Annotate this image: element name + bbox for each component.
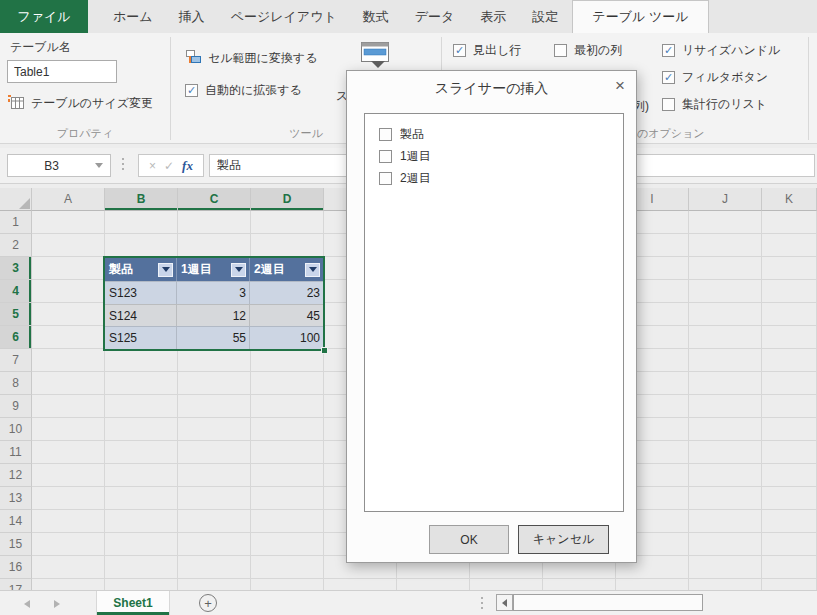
row-header-2[interactable]: 2 bbox=[0, 234, 32, 257]
cell-K6[interactable] bbox=[762, 326, 817, 349]
cell-B7[interactable] bbox=[105, 349, 178, 372]
cell-J13[interactable] bbox=[689, 487, 762, 510]
cell-A5[interactable] bbox=[32, 303, 105, 326]
cell-A10[interactable] bbox=[32, 418, 105, 441]
cell-A4[interactable] bbox=[32, 280, 105, 303]
cancel-button[interactable]: キャンセル bbox=[518, 525, 609, 554]
hscroll-left-button[interactable] bbox=[496, 594, 513, 611]
insert-slicer-button[interactable] bbox=[359, 42, 391, 71]
ribbon-tab[interactable]: 表示 bbox=[467, 0, 519, 33]
cell-K3[interactable] bbox=[762, 257, 817, 280]
table-cell[interactable]: 23 bbox=[250, 282, 323, 304]
ok-button[interactable]: OK bbox=[429, 525, 509, 554]
table-header-cell[interactable]: 1週目 bbox=[177, 258, 250, 281]
cell-C12[interactable] bbox=[178, 464, 251, 487]
table-cell[interactable]: 100 bbox=[250, 327, 323, 349]
cell-A1[interactable] bbox=[32, 211, 105, 234]
row-header-8[interactable]: 8 bbox=[0, 372, 32, 395]
convert-to-range-button[interactable]: セル範囲に変換する bbox=[185, 49, 317, 67]
hscroll-thumb[interactable] bbox=[513, 594, 703, 611]
cell-J12[interactable] bbox=[689, 464, 762, 487]
filter-button[interactable] bbox=[231, 263, 246, 277]
cell-J10[interactable] bbox=[689, 418, 762, 441]
cell-K1[interactable] bbox=[762, 211, 817, 234]
cell-A8[interactable] bbox=[32, 372, 105, 395]
cell-B8[interactable] bbox=[105, 372, 178, 395]
cell-K8[interactable] bbox=[762, 372, 817, 395]
cell-J2[interactable] bbox=[689, 234, 762, 257]
cell-J5[interactable] bbox=[689, 303, 762, 326]
cell-F17[interactable] bbox=[397, 579, 470, 590]
cell-A9[interactable] bbox=[32, 395, 105, 418]
row-header-9[interactable]: 9 bbox=[0, 395, 32, 418]
cell-B2[interactable] bbox=[105, 234, 178, 257]
table-cell[interactable]: S125 bbox=[105, 327, 177, 349]
cell-B12[interactable] bbox=[105, 464, 178, 487]
cell-A7[interactable] bbox=[32, 349, 105, 372]
row-header-3[interactable]: 3 bbox=[0, 257, 32, 280]
ribbon-tab[interactable]: 挿入 bbox=[166, 0, 218, 33]
confirm-entry-icon[interactable]: ✓ bbox=[164, 159, 174, 173]
cell-A15[interactable] bbox=[32, 533, 105, 556]
cell-J1[interactable] bbox=[689, 211, 762, 234]
cell-B14[interactable] bbox=[105, 510, 178, 533]
cell-K15[interactable] bbox=[762, 533, 817, 556]
cell-D12[interactable] bbox=[251, 464, 324, 487]
fill-handle[interactable] bbox=[321, 347, 328, 354]
row-header-10[interactable]: 10 bbox=[0, 418, 32, 441]
cell-D16[interactable] bbox=[251, 556, 324, 579]
cell-C14[interactable] bbox=[178, 510, 251, 533]
cell-B9[interactable] bbox=[105, 395, 178, 418]
auto-expand-checkbox[interactable]: ✓ 自動的に拡張する bbox=[185, 83, 302, 97]
cell-B1[interactable] bbox=[105, 211, 178, 234]
cell-E17[interactable] bbox=[324, 579, 397, 590]
cell-J16[interactable] bbox=[689, 556, 762, 579]
cell-K9[interactable] bbox=[762, 395, 817, 418]
row-header-14[interactable]: 14 bbox=[0, 510, 32, 533]
row-header-11[interactable]: 11 bbox=[0, 441, 32, 464]
slicer-field-checkbox[interactable]: 2週目 bbox=[379, 167, 623, 189]
cell-J17[interactable] bbox=[689, 579, 762, 590]
cell-A16[interactable] bbox=[32, 556, 105, 579]
cell-K16[interactable] bbox=[762, 556, 817, 579]
column-header-K[interactable]: K bbox=[762, 188, 817, 211]
add-sheet-button[interactable]: + bbox=[199, 594, 217, 612]
slicer-field-checkbox[interactable]: 1週目 bbox=[379, 145, 623, 167]
row-header-17[interactable]: 17 bbox=[0, 579, 32, 590]
formula-bar-handle[interactable] bbox=[122, 158, 124, 160]
cell-B10[interactable] bbox=[105, 418, 178, 441]
row-header-7[interactable]: 7 bbox=[0, 349, 32, 372]
cell-K2[interactable] bbox=[762, 234, 817, 257]
cell-C16[interactable] bbox=[178, 556, 251, 579]
dialog-close-icon[interactable]: × bbox=[615, 76, 625, 96]
cell-D11[interactable] bbox=[251, 441, 324, 464]
filter-button[interactable] bbox=[305, 263, 320, 277]
row-header-15[interactable]: 15 bbox=[0, 533, 32, 556]
row-header-16[interactable]: 16 bbox=[0, 556, 32, 579]
row-header-6[interactable]: 6 bbox=[0, 326, 32, 349]
table-cell[interactable]: 55 bbox=[177, 327, 250, 349]
cell-A12[interactable] bbox=[32, 464, 105, 487]
cell-D13[interactable] bbox=[251, 487, 324, 510]
cell-C10[interactable] bbox=[178, 418, 251, 441]
sheet-tab-sheet1[interactable]: Sheet1 bbox=[96, 591, 170, 615]
cell-I17[interactable] bbox=[616, 579, 689, 590]
cell-C13[interactable] bbox=[178, 487, 251, 510]
cancel-entry-icon[interactable]: × bbox=[149, 159, 156, 173]
cell-K5[interactable] bbox=[762, 303, 817, 326]
option-checkbox[interactable]: ✓リサイズハンドル bbox=[662, 43, 780, 57]
cell-K4[interactable] bbox=[762, 280, 817, 303]
cell-K10[interactable] bbox=[762, 418, 817, 441]
resize-table-button[interactable]: テーブルのサイズ変更 bbox=[8, 95, 153, 112]
table-name-input[interactable] bbox=[7, 60, 117, 83]
name-box[interactable]: B3 bbox=[7, 154, 111, 177]
ribbon-tab[interactable]: 数式 bbox=[350, 0, 402, 33]
next-sheet-icon[interactable] bbox=[54, 600, 60, 608]
column-header-A[interactable]: A bbox=[32, 188, 105, 211]
cell-C15[interactable] bbox=[178, 533, 251, 556]
row-header-5[interactable]: 5 bbox=[0, 303, 32, 326]
table-cell[interactable]: 45 bbox=[250, 305, 323, 327]
row-header-12[interactable]: 12 bbox=[0, 464, 32, 487]
select-all-corner[interactable] bbox=[0, 188, 32, 211]
cell-A2[interactable] bbox=[32, 234, 105, 257]
